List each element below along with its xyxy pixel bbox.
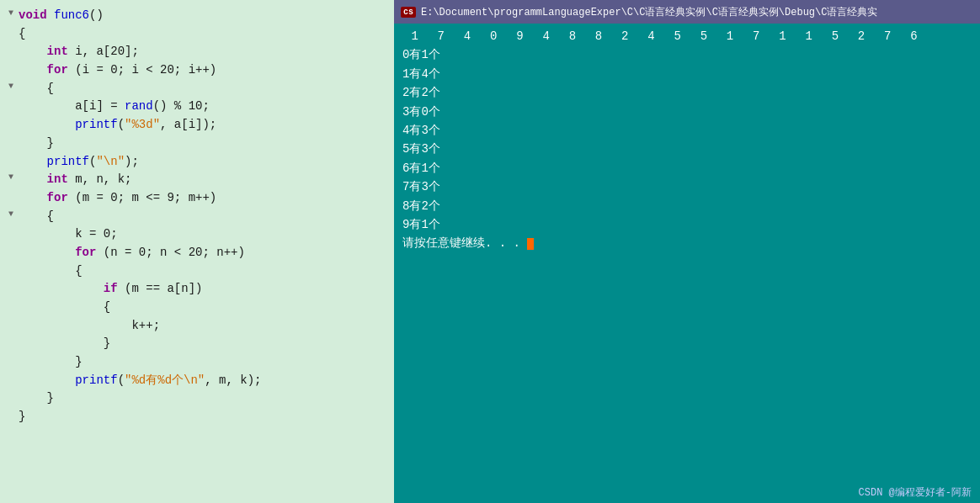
token-plain [19,118,75,131]
code-line: { [3,25,391,44]
code-tokens: int i, a[20]; [19,43,391,61]
terminal-output-line: 3有0个 [402,103,972,121]
code-tokens: int m, n, k; [19,171,391,189]
token-kw: for [75,246,96,259]
code-line: ▼ int m, n, k; [3,171,391,189]
code-tokens: if (m == a[n]) [19,280,391,299]
code-tokens: k = 0; [19,225,391,244]
token-plain: k++; [19,319,160,332]
token-plain [19,155,47,168]
token-plain: } [19,136,54,150]
token-plain: , a[i]); [160,118,216,131]
terminal-cursor [527,238,534,250]
code-tokens: { [19,299,391,317]
code-line: } [3,408,391,426]
code-area: ▼void func6(){ int i, a[20]; for (i = 0;… [3,7,391,426]
token-plain [19,282,104,295]
code-tokens: } [19,135,391,153]
token-plain: (m = 0; m <= 9; m++) [68,191,216,204]
token-fn: printf [47,155,89,168]
token-plain: a[i] = [19,99,125,113]
code-line: for (n = 0; n < 20; n++) [3,244,391,262]
gutter-icon[interactable]: ▼ [3,80,19,93]
terminal-output-line: 1有4个 [402,65,972,83]
token-fn: printf [75,118,117,131]
token-plain: } [19,355,83,368]
token-plain: } [19,410,25,423]
code-tokens: printf("%3d", a[i]); [19,116,391,135]
code-line: { [3,262,391,281]
token-plain [19,246,75,259]
token-plain: , m, k); [205,373,261,387]
code-tokens: { [19,80,391,98]
code-line: k++; [3,317,391,336]
terminal-output-line: 5有3个 [402,140,972,158]
token-str: "%3d" [125,118,160,131]
code-tokens: for (m = 0; m <= 9; m++) [19,189,391,208]
code-tokens: void func6() [19,7,391,25]
token-plain: { [19,27,25,40]
terminal-title: E:\Document\programmLanguageExper\C\C语言经… [421,5,877,19]
code-line: int i, a[20]; [3,43,391,61]
code-line: printf("\n"); [3,153,391,172]
token-plain: { [19,264,83,278]
token-plain [19,373,75,387]
token-str: "\n" [96,155,125,168]
code-tokens: } [19,353,391,372]
cs-icon: cs [401,7,416,18]
code-line: } [3,335,391,353]
code-line: a[i] = rand() % 10; [3,98,391,116]
code-line: } [3,135,391,153]
token-kw: if [104,282,118,295]
terminal-footer: CSDN @编程爱好者-阿新 [394,482,980,503]
token-plain [19,45,47,58]
token-plain: ); [125,155,139,168]
token-plain: i, a[20]; [68,45,139,58]
token-plain [19,172,47,186]
code-tokens: { [19,208,391,226]
terminal-output-line: 0有1个 [402,45,972,64]
terminal-output-line: 9有1个 [402,215,972,234]
code-line: ▼void func6() [3,7,391,25]
terminal-titlebar: cs E:\Document\programmLanguageExper\C\C… [394,0,980,24]
code-tokens: } [19,408,391,426]
gutter-icon[interactable]: ▼ [3,208,19,221]
code-line: } [3,389,391,408]
numbers-line: 1 7 4 0 9 4 8 8 2 4 5 5 1 7 1 1 5 2 7 6 [402,27,972,45]
terminal-body: 1 7 4 0 9 4 8 8 2 4 5 5 1 7 1 1 5 2 7 6 … [394,24,980,482]
token-plain: (m == a[n]) [118,282,203,295]
token-fn: printf [75,373,117,387]
token-plain: { [19,82,54,95]
token-plain: ( [118,373,125,387]
code-tokens: k++; [19,317,391,336]
terminal-panel: cs E:\Document\programmLanguageExper\C\C… [394,0,980,503]
code-line: printf("%d有%d个\n", m, k); [3,372,391,390]
code-tokens: } [19,335,391,353]
code-tokens: { [19,25,391,44]
code-line: k = 0; [3,225,391,244]
gutter-icon[interactable]: ▼ [3,7,19,20]
code-line: } [3,353,391,372]
token-plain: (i = 0; i < 20; i++) [68,63,216,77]
terminal-output-line: 7有3个 [402,177,972,196]
gutter-icon[interactable]: ▼ [3,171,19,184]
code-line: for (m = 0; m <= 9; m++) [3,189,391,208]
terminal-output-line: 请按任意键继续. . . [402,234,972,252]
terminal-output-line: 4有3个 [402,121,972,140]
token-kw: void [19,8,47,22]
token-kw: int [47,172,68,186]
code-tokens: for (i = 0; i < 20; i++) [19,61,391,80]
code-tokens: } [19,389,391,408]
code-line: printf("%3d", a[i]); [3,116,391,135]
token-plain: } [19,391,54,405]
token-plain: m, n, k; [68,172,132,186]
token-plain: { [19,209,54,223]
token-plain [19,63,47,77]
token-plain: { [19,300,110,314]
code-tokens: for (n = 0; n < 20; n++) [19,244,391,262]
token-fn: func6 [54,8,89,22]
token-kw: for [47,63,68,77]
code-tokens: printf("%d有%d个\n", m, k); [19,372,391,390]
token-kw: for [47,191,68,204]
token-plain: k = 0; [19,227,118,241]
